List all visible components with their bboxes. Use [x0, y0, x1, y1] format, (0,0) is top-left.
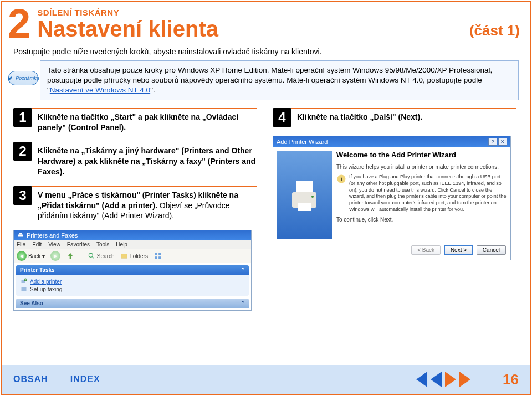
views-icon[interactable] — [154, 252, 162, 260]
toolbar-search[interactable]: Search — [88, 252, 115, 260]
note-box: Poznámka Tato stránka obsahuje pouze kro… — [40, 60, 519, 101]
menu-file[interactable]: File — [17, 241, 25, 248]
next-button[interactable]: Next > — [444, 245, 473, 255]
menu-help[interactable]: Help — [116, 241, 127, 248]
step-body: Klikněte na „Tiskárny a jiný hardware" (… — [32, 142, 257, 177]
part-label: (část 1) — [469, 22, 520, 43]
svg-rect-4 — [155, 253, 157, 255]
panel-header: Printer Tasks ⌃ — [16, 265, 249, 275]
svg-rect-10 — [22, 287, 27, 291]
wizard-p3: To continue, click Next. — [336, 216, 507, 223]
step-number: 3 — [13, 186, 32, 205]
toolbar-separator: | — [80, 253, 82, 259]
contents-link[interactable]: OBSAH — [13, 374, 48, 384]
svg-rect-1 — [19, 233, 22, 235]
chapter-number: 2 — [8, 6, 30, 43]
up-icon[interactable] — [66, 251, 75, 260]
step-1: 1 Klikněte na tlačítko „Start" a pak kli… — [13, 108, 257, 133]
panel-body: Add a printer Set up faxing — [16, 275, 249, 296]
menu-view[interactable]: View — [48, 241, 60, 248]
wizard-footer: < Back Next > Cancel — [273, 243, 510, 260]
nav-arrows — [416, 372, 470, 387]
svg-text:i: i — [341, 176, 342, 182]
folders-label: Folders — [130, 253, 148, 259]
step-number: 4 — [273, 108, 291, 127]
menu-edit[interactable]: Edit — [32, 241, 42, 248]
supertitle: SDÍLENÍ TISKÁRNY — [37, 8, 469, 17]
explorer-toolbar: ◄ Back ▾ ► | Search Folders — [14, 249, 251, 263]
toolbar-folders[interactable]: Folders — [120, 252, 148, 260]
window-controls: ? ✕ — [488, 138, 507, 146]
collapse-icon[interactable]: ⌃ — [241, 267, 245, 273]
back-button: < Back — [411, 245, 441, 255]
fax-icon — [21, 286, 27, 292]
search-icon — [88, 252, 95, 260]
step-body: V menu „Práce s tiskárnou" (Printer Task… — [32, 186, 257, 222]
collapse-icon[interactable]: ⌃ — [241, 300, 245, 306]
back-label: Back — [28, 253, 40, 259]
forward-icon[interactable]: ► — [50, 251, 60, 261]
explorer-title: Printers and Faxes — [27, 232, 78, 239]
next-page-arrow[interactable] — [445, 372, 456, 387]
step-text: Klikněte na tlačítko „Další" (Next). — [297, 112, 422, 121]
header-text-block: SDÍLENÍ TISKÁRNY Nastavení klienta — [37, 6, 469, 40]
svg-rect-3 — [121, 254, 127, 259]
right-column: 4 Klikněte na tlačítko „Další" (Next). A… — [273, 108, 516, 311]
page-header: 2 SDÍLENÍ TISKÁRNY Nastavení klienta (čá… — [2, 2, 530, 43]
page-footer: OBSAH INDEX 16 — [2, 365, 530, 394]
wizard-p2: If you have a Plug and Play printer that… — [349, 174, 507, 213]
explorer-window: Printers and Faxes File Edit View Favori… — [13, 230, 252, 311]
wizard-heading: Welcome to the Add Printer Wizard — [336, 151, 507, 160]
printer-add-icon — [21, 278, 27, 285]
close-button[interactable]: ✕ — [498, 138, 507, 146]
menu-favorites[interactable]: Favorites — [67, 241, 90, 248]
printer-icon — [17, 232, 24, 239]
setup-faxing-link[interactable]: Set up faxing — [21, 285, 244, 293]
panel-header: See Also ⌃ — [16, 299, 249, 308]
printer-graphic-icon — [288, 176, 321, 214]
svg-rect-5 — [158, 253, 161, 255]
add-printer-link[interactable]: Add a printer — [21, 277, 244, 285]
step-body: Klikněte na tlačítko „Další" (Next). — [291, 108, 516, 127]
svg-rect-6 — [155, 257, 157, 259]
note-badge-label: Poznámka — [16, 75, 39, 81]
svg-point-14 — [311, 196, 314, 198]
panel-title: Printer Tasks — [20, 267, 55, 273]
wizard-main: Welcome to the Add Printer Wizard This w… — [336, 151, 507, 239]
step-text: Klikněte na tlačítko „Start" a pak klikn… — [38, 112, 238, 132]
folders-icon — [120, 252, 128, 260]
last-page-arrow[interactable] — [459, 372, 470, 387]
wizard-body: Welcome to the Add Printer Wizard This w… — [273, 147, 510, 243]
explorer-body: Printer Tasks ⌃ Add a printer Set up fax… — [14, 263, 251, 310]
index-link[interactable]: INDEX — [70, 374, 100, 384]
prev-page-arrow[interactable] — [416, 372, 427, 387]
wizard-window: Add Printer Wizard ? ✕ — [273, 136, 511, 260]
step-2: 2 Klikněte na „Tiskárny a jiný hardware"… — [13, 142, 257, 177]
chevron-down-icon: ▾ — [42, 253, 45, 259]
explorer-menubar: File Edit View Favorites Tools Help — [14, 240, 251, 249]
svg-rect-7 — [158, 257, 161, 259]
wizard-side-graphic — [277, 151, 332, 239]
wizard-titlebar: Add Printer Wizard ? ✕ — [273, 136, 510, 147]
cancel-button[interactable]: Cancel — [477, 245, 506, 255]
search-label: Search — [97, 253, 115, 259]
panel-title: See Also — [20, 300, 43, 306]
wizard-title-text: Add Printer Wizard — [277, 138, 328, 145]
printer-tasks-panel: Printer Tasks ⌃ Add a printer Set up fax… — [16, 265, 249, 296]
toolbar-back[interactable]: ◄ Back ▾ — [17, 251, 45, 261]
step-text: Klikněte na „Tiskárny a jiný hardware" (… — [38, 146, 255, 176]
svg-rect-0 — [18, 235, 23, 237]
step-number: 1 — [13, 108, 32, 127]
left-column: 1 Klikněte na tlačítko „Start" a pak kli… — [13, 108, 257, 311]
svg-rect-12 — [296, 181, 313, 192]
add-printer-label: Add a printer — [30, 279, 62, 285]
first-page-arrow[interactable] — [431, 372, 442, 387]
help-button[interactable]: ? — [488, 138, 497, 146]
page-title: Nastavení klienta — [37, 17, 469, 40]
step-body: Klikněte na tlačítko „Start" a pak klikn… — [32, 108, 257, 133]
wizard-p1: This wizard helps you install a printer … — [336, 163, 507, 171]
note-link[interactable]: Nastavení ve Windows NT 4.0 — [50, 86, 150, 94]
menu-tools[interactable]: Tools — [96, 241, 109, 248]
back-icon: ◄ — [17, 251, 27, 261]
explorer-titlebar: Printers and Faxes — [14, 230, 251, 240]
